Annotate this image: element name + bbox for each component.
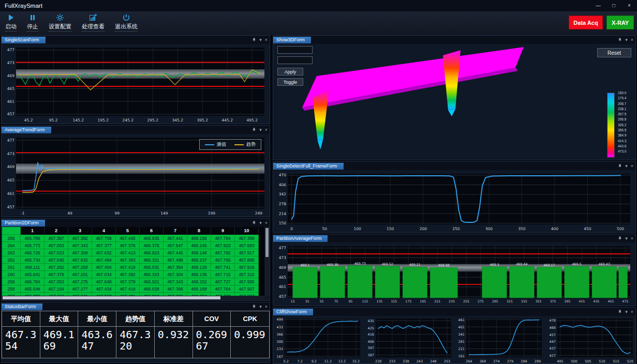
vertical-scrollbar[interactable] [265,227,269,296]
close-icon[interactable]: × [631,38,633,42]
table-cell: 467.053 [45,278,68,285]
pin-icon[interactable] [252,305,256,309]
minimize-button[interactable]: — [590,0,606,11]
svg-text:478: 478 [549,318,555,323]
pin-icon[interactable] [618,236,622,240]
dip-left-tip [318,140,323,149]
status-value: 0.999 [231,327,269,358]
close-icon[interactable]: × [265,128,268,132]
chevron-down-icon[interactable]: ▾ [625,310,628,314]
xray-button[interactable]: X-RAY [606,16,634,29]
table-cell: 467.379 [45,271,68,278]
chevron-down-icon[interactable]: ▾ [259,305,262,309]
start-button[interactable]: 启动 [5,13,17,32]
dip-left [313,89,329,141]
svg-text:469: 469 [7,73,15,78]
chevron-down-icon[interactable]: ▾ [259,128,262,132]
svg-text:465: 465 [279,275,287,280]
table-cell: 467.392 [116,271,140,278]
column-header: 4 [92,227,116,235]
svg-text:199: 199 [208,211,216,216]
table-cell: 467.308 [68,249,92,256]
param-input-2[interactable] [277,56,313,64]
reset-button[interactable]: Reset [597,48,631,57]
process-view-button[interactable]: 处理查看 [82,13,105,32]
table-cell: 466.031 [140,264,164,271]
table-cell: 467.683 [235,242,259,249]
scrollbar-thumb[interactable] [265,228,269,257]
horizontal-scrollbar[interactable] [2,296,264,300]
panel-header: SingleScanForm ▾× [2,36,270,44]
dip-right-tip [448,109,455,116]
table-cell: 467.916 [235,264,259,271]
data-acq-button[interactable]: Data Acq [569,16,603,29]
svg-text:415: 415 [579,299,585,303]
chevron-down-icon[interactable]: ▾ [625,164,628,169]
svg-text:437: 437 [549,346,555,351]
pin-icon[interactable] [252,128,256,132]
pin-icon[interactable] [618,310,622,314]
maximize-button[interactable]: □ [606,0,621,11]
svg-text:461: 461 [7,191,15,196]
table-cell: 467.034 [92,271,116,278]
svg-text:469.38: 469.38 [327,263,338,266]
apply-button[interactable]: Apply [277,68,303,75]
svg-text:13.2: 13.2 [338,359,346,363]
chevron-down-icon[interactable]: ▾ [259,38,262,42]
svg-text:495: 495 [557,359,563,363]
settings-button[interactable]: 设置配置 [49,13,71,32]
close-icon[interactable]: × [265,38,268,42]
close-icon[interactable]: × [631,164,633,169]
svg-text:366: 366 [277,332,283,337]
panel-header: Show3DForm ▾× [273,36,635,44]
table-cell: 467.741 [211,264,235,271]
close-button[interactable]: × [621,0,637,11]
svg-text:461: 461 [458,318,465,322]
chevron-down-icon[interactable]: ▾ [625,38,628,42]
pin-icon[interactable] [618,38,622,42]
chevron-down-icon[interactable]: ▾ [625,236,628,241]
chevron-down-icon[interactable]: ▾ [259,221,262,225]
table-cell: 468.129 [187,264,211,271]
colorbar-label: 473.0 [618,149,626,154]
column-header: 7 [164,227,187,235]
table-cell: 467.498 [164,256,187,264]
svg-text:425: 425 [367,326,374,330]
svg-text:375: 375 [550,299,556,303]
svg-text:355: 355 [536,299,542,303]
toggle-button[interactable]: Toggle [277,78,303,86]
svg-text:345.2: 345.2 [172,118,183,123]
close-icon[interactable]: × [265,221,268,225]
cliff-chart-3: 461401341281221161264269274279284289 [455,316,544,363]
close-icon[interactable]: × [265,305,268,309]
table-row: 259466.784467.053467.275467.648467.37946… [2,278,264,285]
panel-header: CliffShowForm ▾× [273,308,635,316]
surface-top [302,47,524,108]
stop-button[interactable]: 停止 [27,13,38,32]
pin-icon[interactable] [252,38,256,42]
svg-text:468.98: 468.98 [438,263,450,267]
svg-text:295: 295 [492,299,498,303]
exit-system-button[interactable]: 退出系统 [115,13,138,32]
svg-text:135: 135 [376,299,382,303]
legend-item: 测值 [205,141,226,148]
pin-icon[interactable] [618,164,622,168]
table-cell: 467.384 [164,264,187,271]
panel-title: SingleScanForm [2,37,46,43]
panel-header: PartitionAverageForm ▾× [273,234,635,242]
table-row: 260465.641467.379467.201467.034467.39246… [2,271,264,278]
table-cell: 466.921 [140,278,164,285]
svg-text:150: 150 [387,226,394,231]
scrollbar-thumb[interactable] [3,296,220,299]
svg-text:473: 473 [7,60,15,65]
close-icon[interactable]: × [631,310,633,314]
column-header: 10 [235,227,259,235]
table-row: 261466.111467.262467.268467.404467.41946… [2,264,264,271]
column-header: 1 [21,227,45,235]
close-icon[interactable]: × [631,236,633,241]
param-input-1[interactable] [277,46,313,54]
pin-icon[interactable] [252,221,256,225]
column-header: 5 [116,227,140,235]
svg-text:300: 300 [277,340,283,344]
status-value: 467.320 [116,327,155,358]
